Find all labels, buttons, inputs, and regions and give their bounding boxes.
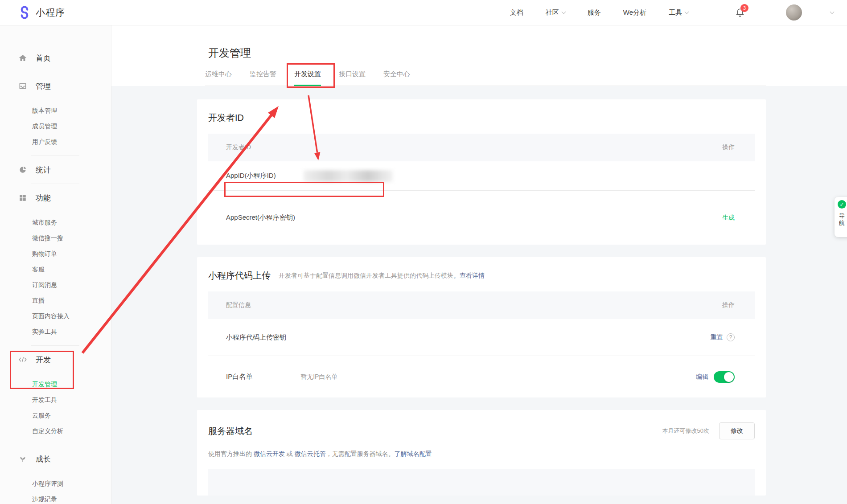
sidebar-item-label: 实验工具 (32, 328, 57, 336)
ip-whitelist-toggle[interactable] (714, 371, 735, 383)
sidebar-item-label: 页面内容接入 (32, 312, 70, 320)
help-icon[interactable]: ? (727, 333, 735, 341)
sidebar-item-shopping-orders[interactable]: 购物订单 (0, 246, 111, 262)
sidebar-item-home[interactable]: 首页 (0, 50, 111, 66)
sidebar-item-user-feedback[interactable]: 用户反馈 (0, 134, 111, 150)
floating-nav-char: 导 (839, 212, 847, 219)
floating-nav-char: 航 (839, 219, 847, 227)
sidebar-item-customer-service[interactable]: 客服 (0, 262, 111, 277)
modify-button[interactable]: 修改 (719, 422, 755, 439)
cloud-dev-link[interactable]: 微信云开发 (254, 450, 285, 457)
main-content: 开发管理 运维中心 监控告警 开发设置 接口设置 安全中心 开发者ID 开发者I… (111, 25, 847, 504)
table-row-appid: AppID(小程序ID) (208, 161, 755, 190)
nav-we-analytics[interactable]: We分析 (623, 8, 646, 17)
floating-nav-widget[interactable]: ✓ 导 航 (835, 197, 847, 237)
upload-key-label: 小程序代码上传密钥 (226, 333, 286, 342)
sidebar-divider (31, 445, 79, 445)
server-domain-description: 使用官方推出的 微信云开发 或 微信云托管，无需配置服务器域名。了解域名配置 (208, 449, 755, 469)
sidebar-item-label: 购物订单 (32, 250, 57, 258)
sidebar-item-mini-program-evaluation[interactable]: 小程序评测 (0, 476, 111, 492)
sidebar-item-label: 微信搜一搜 (32, 234, 63, 242)
sidebar-item-page-content[interactable]: 页面内容接入 (0, 308, 111, 324)
tab-api-settings[interactable]: 接口设置 (339, 70, 366, 86)
developer-id-title-row: 开发者ID (208, 99, 755, 134)
generate-button[interactable]: 生成 (722, 214, 735, 222)
page-header: 开发管理 运维中心 监控告警 开发设置 接口设置 安全中心 (111, 25, 847, 86)
sidebar-item-label: 直播 (32, 297, 45, 305)
sidebar-divider (31, 184, 79, 184)
sidebar-divider (31, 345, 79, 346)
tab-security-center[interactable]: 安全中心 (383, 70, 410, 86)
account-chevron-down-icon[interactable] (830, 9, 835, 14)
sidebar-item-custom-analytics[interactable]: 自定义分析 (0, 423, 111, 439)
sidebar-section-label: 功能 (36, 193, 51, 203)
avatar[interactable] (786, 4, 802, 20)
tab-dev-settings[interactable]: 开发设置 (294, 70, 321, 86)
nav-docs[interactable]: 文档 (510, 8, 523, 17)
sidebar-item-label: 成员管理 (32, 123, 57, 131)
description-text: 开发者可基于配置信息调用微信开发者工具提供的代码上传模块。 (279, 272, 460, 279)
column-action: 操作 (722, 143, 735, 152)
appsecret-label: AppSecret(小程序密钥) (226, 213, 295, 222)
nav-tools[interactable]: 工具 (669, 8, 688, 17)
table-row-ip-whitelist: IP白名单 暂无IP白名单 编辑 (208, 356, 755, 397)
sidebar-item-subscribe-message[interactable]: 订阅消息 (0, 277, 111, 293)
inbox-icon (18, 81, 28, 91)
sidebar-item-live[interactable]: 直播 (0, 293, 111, 308)
nav-community[interactable]: 社区 (546, 8, 565, 17)
nav-services-label: 服务 (588, 8, 601, 17)
sidebar-item-dev-tools[interactable]: 开发工具 (0, 392, 111, 408)
table-header: 开发者ID 操作 (208, 134, 755, 161)
cloud-host-link[interactable]: 微信云托管 (295, 450, 326, 457)
description-text: 或 (285, 450, 295, 457)
column-name: 配置信息 (226, 301, 251, 309)
sidebar-item-growth[interactable]: 成长 (0, 451, 111, 467)
nav-community-label: 社区 (546, 8, 559, 17)
section-description: 开发者可基于配置信息调用微信开发者工具提供的代码上传模块。查看详情 (279, 272, 485, 280)
view-details-link[interactable]: 查看详情 (460, 272, 485, 279)
tab-ops-center[interactable]: 运维中心 (205, 70, 232, 86)
sidebar-item-version-management[interactable]: 版本管理 (0, 103, 111, 119)
sidebar-item-city-services[interactable]: 城市服务 (0, 215, 111, 230)
floating-nav-label: 导 航 (839, 212, 847, 227)
logo-text: 小程序 (36, 6, 65, 19)
domain-config-link[interactable]: 了解域名配置 (395, 450, 432, 457)
sidebar-item-wechat-search[interactable]: 微信搜一搜 (0, 230, 111, 246)
sidebar-item-label: 版本管理 (32, 107, 57, 115)
sidebar-item-experiment-tools[interactable]: 实验工具 (0, 324, 111, 340)
sidebar-item-development[interactable]: 开发 (0, 352, 111, 368)
sidebar-item-cloud-services[interactable]: 云服务 (0, 408, 111, 423)
sidebar-section-label: 统计 (36, 165, 51, 175)
server-domain-title-row: 服务器域名 本月还可修改50次 修改 (208, 410, 755, 449)
notification-badge: 3 (740, 4, 748, 12)
sidebar-item-label: 开发管理 (32, 381, 57, 389)
sidebar-section-label: 首页 (36, 53, 51, 63)
sidebar-item-violation-records[interactable]: 违规记录 (0, 492, 111, 504)
toggle-knob (724, 372, 734, 382)
code-icon (18, 355, 28, 365)
table-row-upload-key: 小程序代码上传密钥 重置 ? (208, 319, 755, 356)
nav-tools-label: 工具 (669, 8, 682, 17)
appid-label: AppID(小程序ID) (226, 172, 276, 180)
sidebar: 首页 管理 版本管理 成员管理 用户反馈 统计 功能 城市服务 微信搜一搜 (0, 25, 111, 504)
sidebar-item-member-management[interactable]: 成员管理 (0, 119, 111, 134)
app-logo[interactable]: 小程序 (18, 6, 65, 19)
chevron-down-icon (561, 9, 566, 14)
nav-services[interactable]: 服务 (588, 8, 601, 17)
tab-monitor-alert[interactable]: 监控告警 (250, 70, 276, 86)
description-text: ，无需配置服务器域名。 (326, 450, 395, 457)
nav-we-analytics-label: We分析 (623, 8, 646, 17)
grid-icon (18, 193, 28, 203)
server-domain-card: 服务器域名 本月还可修改50次 修改 使用官方推出的 微信云开发 或 微信云托管… (197, 410, 766, 496)
sidebar-item-dev-management[interactable]: 开发管理 (0, 377, 111, 392)
section-title: 小程序代码上传 (208, 270, 271, 282)
reset-button[interactable]: 重置 (711, 333, 723, 341)
edit-button[interactable]: 编辑 (696, 373, 708, 381)
sidebar-item-statistics[interactable]: 统计 (0, 162, 111, 178)
appid-value-masked (304, 170, 393, 182)
sidebar-item-features[interactable]: 功能 (0, 190, 111, 206)
section-title: 服务器域名 (208, 425, 253, 437)
sidebar-divider (31, 156, 79, 156)
notifications-button[interactable]: 3 (735, 8, 745, 17)
sidebar-item-management[interactable]: 管理 (0, 78, 111, 94)
